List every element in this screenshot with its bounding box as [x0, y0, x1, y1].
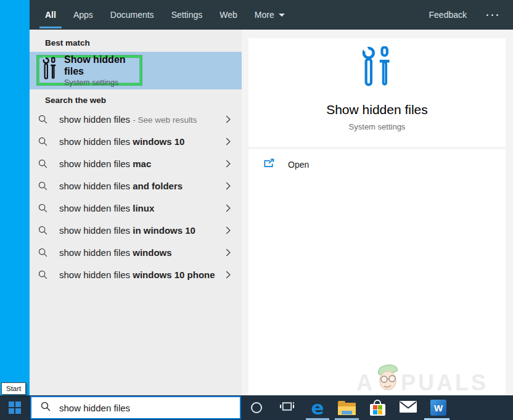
tab-settings[interactable]: Settings — [171, 0, 203, 30]
search-icon — [38, 248, 48, 257]
search-suggestion[interactable]: show hidden files in windows 10 — [30, 219, 242, 241]
suggestion-text: show hidden files - See web results — [59, 114, 197, 125]
suggestion-text: show hidden files windows — [59, 247, 172, 258]
tab-label: Web — [220, 10, 237, 20]
tab-more[interactable]: More — [255, 0, 285, 30]
tab-label: All — [45, 10, 56, 20]
task-view-button[interactable] — [279, 395, 295, 420]
best-match-subtitle: System settings — [64, 78, 140, 87]
suggestion-text: show hidden files windows 10 phone — [59, 270, 215, 280]
topbar-right: Feedback — [429, 10, 513, 20]
search-suggestion[interactable]: show hidden files - See web results — [30, 108, 242, 130]
best-match-header: Best match — [30, 30, 242, 47]
search-icon — [38, 270, 48, 279]
file-explorer-icon — [338, 401, 356, 415]
appuals-watermark: A PUALS — [356, 364, 488, 395]
chevron-right-icon[interactable] — [226, 182, 231, 190]
file-explorer-button[interactable] — [337, 395, 356, 420]
tab-label: More — [255, 10, 274, 20]
taskbar-search-input[interactable] — [59, 403, 220, 413]
suggestion-text: show hidden files in windows 10 — [59, 225, 195, 236]
search-filter-bar: AllAppsDocumentsSettingsWebMore Feedback — [30, 0, 513, 30]
tab-label: Apps — [73, 10, 93, 20]
task-view-icon — [279, 400, 295, 415]
search-suggestion[interactable]: show hidden files linux — [30, 197, 242, 219]
mascot-icon — [376, 364, 400, 395]
search-icon — [38, 137, 48, 146]
taskbar: e W — [0, 395, 513, 420]
cortana-button[interactable] — [249, 395, 264, 420]
cortana-icon — [251, 402, 262, 413]
chevron-right-icon[interactable] — [226, 204, 231, 212]
feedback-button[interactable]: Feedback — [429, 10, 467, 20]
start-button[interactable] — [0, 395, 30, 420]
store-icon — [370, 400, 385, 416]
preview-title: Show hidden files — [326, 102, 428, 117]
start-search-flyout: AllAppsDocumentsSettingsWebMore Feedback… — [30, 0, 513, 395]
word-icon: W — [430, 400, 446, 416]
best-match-result[interactable]: Show hidden files System settings — [30, 52, 242, 89]
suggestion-text: show hidden files and folders — [59, 181, 183, 191]
more-options-icon[interactable] — [485, 10, 499, 20]
watermark-text-left: A — [356, 371, 375, 395]
taskbar-search-box[interactable] — [30, 396, 241, 419]
suggestion-text: show hidden files mac — [59, 159, 151, 169]
mail-button[interactable] — [400, 395, 417, 420]
search-icon — [38, 115, 48, 124]
desktop: AllAppsDocumentsSettingsWebMore Feedback… — [0, 0, 513, 420]
annotation-highlight-box: Show hidden files System settings — [37, 56, 142, 85]
open-action[interactable]: Open — [263, 159, 374, 171]
search-icon — [41, 401, 51, 414]
settings-tools-icon — [361, 46, 394, 92]
open-external-icon — [263, 159, 275, 171]
windows-logo-icon — [9, 401, 21, 414]
chevron-down-icon — [279, 14, 285, 17]
search-icon — [38, 181, 48, 191]
chevron-right-icon[interactable] — [226, 160, 231, 168]
search-icon — [38, 204, 48, 213]
tab-web[interactable]: Web — [220, 0, 237, 30]
tab-label: Settings — [171, 10, 203, 20]
suggestion-text: show hidden files linux — [59, 203, 154, 213]
search-filter-tabs: AllAppsDocumentsSettingsWebMore — [45, 0, 285, 30]
edge-icon: e — [311, 398, 324, 417]
chevron-right-icon[interactable] — [226, 271, 231, 279]
search-suggestion[interactable]: show hidden files windows 10 — [30, 130, 242, 152]
preview-pane: Show hidden files System settings — [248, 38, 506, 147]
chevron-right-icon[interactable] — [226, 249, 231, 257]
search-icon — [38, 159, 48, 168]
open-label: Open — [288, 160, 309, 170]
results-panel: Best match Show hidden — [30, 30, 242, 395]
mail-icon — [400, 401, 417, 415]
suggestion-text: show hidden files windows 10 — [59, 136, 184, 147]
chevron-right-icon[interactable] — [226, 138, 231, 146]
preview-subtitle: System settings — [349, 122, 406, 131]
search-suggestion[interactable]: show hidden files windows 10 phone — [30, 263, 242, 286]
start-tooltip: Start — [1, 382, 26, 395]
tab-documents[interactable]: Documents — [110, 0, 154, 30]
search-web-header: Search the web — [30, 96, 242, 105]
settings-tools-icon — [43, 57, 57, 84]
search-suggestions: show hidden files - See web resultsshow … — [30, 108, 242, 286]
store-button[interactable] — [369, 395, 386, 420]
tab-apps[interactable]: Apps — [73, 0, 93, 30]
word-button[interactable]: W — [430, 395, 447, 420]
search-suggestion[interactable]: show hidden files and folders — [30, 175, 242, 197]
chevron-right-icon[interactable] — [226, 115, 231, 123]
tab-label: Documents — [110, 10, 154, 20]
preview-actions-pane: Open A PUALS — [248, 149, 506, 395]
search-suggestion[interactable]: show hidden files mac — [30, 152, 242, 175]
tab-all[interactable]: All — [45, 0, 56, 30]
watermark-text-right: PUALS — [401, 371, 488, 395]
edge-button[interactable]: e — [309, 395, 326, 420]
best-match-title: Show hidden files — [64, 54, 140, 77]
best-match-text: Show hidden files System settings — [64, 54, 140, 87]
chevron-right-icon[interactable] — [226, 226, 231, 234]
search-suggestion[interactable]: show hidden files windows — [30, 241, 242, 263]
search-icon — [38, 226, 48, 235]
